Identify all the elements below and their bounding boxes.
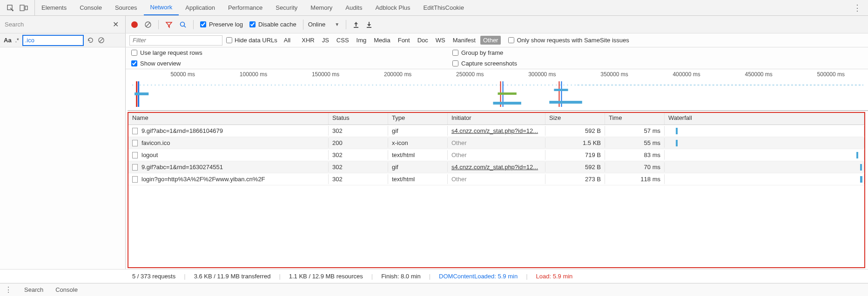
cancel-icon[interactable] bbox=[98, 37, 105, 44]
panel-tab-audits[interactable]: Audits bbox=[339, 0, 369, 15]
svg-line-4 bbox=[146, 23, 150, 26]
svg-rect-21 bbox=[549, 101, 582, 104]
initiator-text: Other bbox=[451, 176, 467, 183]
disable-cache-label: Disable cache bbox=[258, 21, 296, 28]
svg-rect-14 bbox=[135, 92, 148, 95]
svg-rect-1 bbox=[20, 5, 24, 11]
upload-icon[interactable] bbox=[353, 21, 359, 28]
panel-tab-console[interactable]: Console bbox=[73, 0, 108, 15]
col-header-size[interactable]: Size bbox=[545, 113, 605, 125]
initiator-link[interactable]: s4.cnzz.com/z_stat.php?id=12... bbox=[451, 127, 538, 134]
type-filter-img[interactable]: Img bbox=[354, 36, 370, 45]
svg-rect-18 bbox=[498, 92, 517, 95]
device-icon[interactable] bbox=[20, 5, 28, 11]
inspect-icon[interactable] bbox=[7, 4, 14, 12]
col-header-initiator[interactable]: Initiator bbox=[448, 113, 545, 125]
type-filter-ws[interactable]: WS bbox=[433, 36, 448, 45]
group-frame-checkbox[interactable]: Group by frame bbox=[452, 49, 503, 56]
col-header-waterfall[interactable]: Waterfall bbox=[665, 113, 864, 125]
panel-tab-adblock-plus[interactable]: Adblock Plus bbox=[369, 0, 417, 15]
search-input[interactable] bbox=[4, 20, 110, 30]
panel-tab-elements[interactable]: Elements bbox=[35, 0, 73, 15]
capture-screenshots-checkbox[interactable]: Capture screenshots bbox=[452, 60, 517, 67]
request-table: Name Status Type Initiator Size Time Wat… bbox=[128, 112, 865, 268]
type-filter-js[interactable]: JS bbox=[319, 36, 332, 45]
tick-label: 200000 ms bbox=[353, 71, 425, 78]
record-button[interactable] bbox=[131, 21, 138, 28]
filter-icon[interactable] bbox=[165, 21, 173, 28]
tick-label: 50000 ms bbox=[137, 71, 209, 78]
chevron-down-icon: ▼ bbox=[335, 22, 339, 27]
panel-tab-performance[interactable]: Performance bbox=[222, 0, 269, 15]
col-header-status[interactable]: Status bbox=[329, 113, 388, 125]
col-header-type[interactable]: Type bbox=[388, 113, 448, 125]
initiator-text: Other bbox=[451, 151, 467, 158]
url-filter-input[interactable] bbox=[23, 35, 83, 46]
col-header-time[interactable]: Time bbox=[605, 113, 665, 125]
regex-button[interactable]: .* bbox=[15, 37, 19, 44]
table-row[interactable]: login?go=http%3A%2F%2Fwww.yiban.cn%2F302… bbox=[128, 173, 864, 185]
drawer-tab-search[interactable]: Search bbox=[24, 286, 43, 293]
drawer-tab-console[interactable]: Console bbox=[55, 286, 78, 293]
download-icon[interactable] bbox=[366, 21, 372, 28]
waterfall-bar bbox=[856, 152, 858, 158]
svg-rect-22 bbox=[554, 89, 568, 91]
match-case-button[interactable]: Aa bbox=[4, 37, 12, 44]
waterfall-bar bbox=[860, 164, 862, 171]
status-dcl: DOMContentLoaded: 5.9 min bbox=[439, 273, 518, 280]
tick-label: 350000 ms bbox=[570, 71, 642, 78]
show-overview-checkbox[interactable]: Show overview bbox=[131, 60, 434, 67]
filter-input[interactable] bbox=[129, 35, 222, 46]
panel-tab-application[interactable]: Application bbox=[179, 0, 222, 15]
panel-tab-sources[interactable]: Sources bbox=[108, 0, 144, 15]
preserve-log-checkbox[interactable]: Preserve log bbox=[200, 21, 243, 28]
clear-icon[interactable] bbox=[144, 21, 152, 28]
close-icon[interactable]: ✕ bbox=[110, 20, 121, 29]
file-icon bbox=[132, 128, 138, 134]
overview-timeline[interactable]: 50000 ms100000 ms150000 ms200000 ms25000… bbox=[128, 69, 868, 111]
type-filter-other[interactable]: Other bbox=[480, 36, 501, 45]
table-row[interactable]: 9.gif?abc=1&rnd=1866104679302gifs4.cnzz.… bbox=[128, 125, 864, 137]
tick-label: 400000 ms bbox=[642, 71, 714, 78]
search-icon[interactable] bbox=[179, 21, 187, 28]
type-filter-doc[interactable]: Doc bbox=[415, 36, 431, 45]
tick-label: 250000 ms bbox=[425, 71, 498, 78]
refresh-icon[interactable] bbox=[87, 37, 94, 44]
panel-tab-memory[interactable]: Memory bbox=[304, 0, 339, 15]
table-row[interactable]: 9.gif?abc=1&rnd=1630274551302gifs4.cnzz.… bbox=[128, 161, 864, 173]
col-header-name[interactable]: Name bbox=[128, 113, 329, 125]
panel-tab-network[interactable]: Network bbox=[144, 0, 179, 15]
search-results-pane bbox=[0, 47, 126, 269]
type-filter-manifest[interactable]: Manifest bbox=[450, 36, 478, 45]
type-filter-xhr[interactable]: XHR bbox=[299, 36, 317, 45]
type-filter-media[interactable]: Media bbox=[371, 36, 393, 45]
tick-label: 100000 ms bbox=[209, 71, 281, 78]
type-filter-all[interactable]: All bbox=[281, 36, 293, 45]
status-requests: 5 / 373 requests bbox=[132, 273, 175, 280]
status-load: Load: 5.9 min bbox=[536, 273, 573, 280]
throttle-select[interactable]: Online▼ bbox=[303, 20, 339, 30]
panel-tab-editthiscookie[interactable]: EditThisCookie bbox=[417, 0, 471, 15]
disable-cache-checkbox[interactable]: Disable cache bbox=[249, 21, 296, 28]
table-row[interactable]: logout302text/htmlOther719 B83 ms bbox=[128, 149, 864, 161]
svg-rect-17 bbox=[493, 102, 521, 105]
large-rows-checkbox[interactable]: Use large request rows bbox=[131, 49, 434, 56]
initiator-link[interactable]: s4.cnzz.com/z_stat.php?id=12... bbox=[451, 164, 538, 171]
samesite-checkbox[interactable]: Only show requests with SameSite issues bbox=[508, 37, 629, 44]
more-icon[interactable]: ⋮ bbox=[847, 3, 868, 13]
svg-line-10 bbox=[99, 39, 103, 42]
svg-rect-7 bbox=[354, 27, 358, 28]
file-icon bbox=[132, 140, 138, 146]
file-icon bbox=[132, 176, 138, 183]
svg-point-5 bbox=[181, 22, 185, 26]
type-filter-font[interactable]: Font bbox=[395, 36, 413, 45]
drawer-more-icon[interactable]: ⋮ bbox=[5, 285, 12, 294]
table-row[interactable]: favicon.ico200x-iconOther1.5 KB55 ms bbox=[128, 137, 864, 149]
file-icon bbox=[132, 164, 138, 171]
type-filter-css[interactable]: CSS bbox=[334, 36, 352, 45]
waterfall-bar bbox=[676, 128, 678, 134]
panel-tab-security[interactable]: Security bbox=[269, 0, 304, 15]
tick-label: 150000 ms bbox=[281, 71, 353, 78]
initiator-text: Other bbox=[451, 139, 467, 146]
hide-data-urls-checkbox[interactable]: Hide data URLs bbox=[226, 37, 277, 44]
